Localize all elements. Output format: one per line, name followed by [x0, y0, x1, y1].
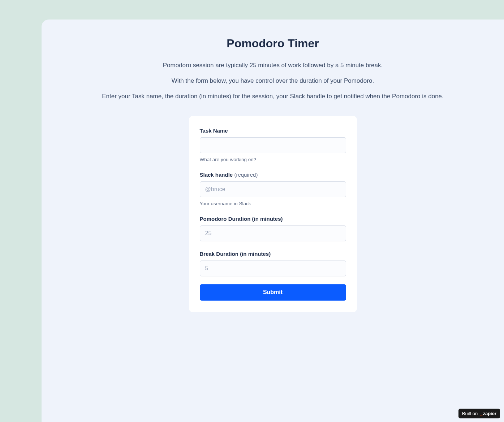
pomodoro-duration-input[interactable]	[200, 225, 346, 241]
built-on-badge[interactable]: Built on _zapier	[458, 409, 500, 418]
slack-handle-hint: Your username in Slack	[200, 201, 346, 206]
task-name-label: Task Name	[200, 128, 346, 134]
slack-handle-input[interactable]	[200, 181, 346, 197]
task-name-input[interactable]	[200, 137, 346, 153]
form-card: Task Name What are you working on? Slack…	[189, 116, 357, 312]
content-area: Pomodoro Timer Pomodoro session are typi…	[92, 37, 453, 312]
required-indicator: (required)	[234, 172, 258, 178]
page-title: Pomodoro Timer	[92, 37, 453, 50]
slack-handle-group: Slack handle (required) Your username in…	[200, 172, 346, 206]
zapier-logo: _zapier	[480, 411, 496, 416]
slack-handle-label-text: Slack handle	[200, 172, 233, 178]
description-line-1: Pomodoro session are typically 25 minute…	[92, 60, 453, 70]
slack-handle-label: Slack handle (required)	[200, 172, 346, 178]
zapier-underscore-icon: _	[480, 411, 482, 416]
badge-brand-text: zapier	[483, 411, 496, 416]
description-line-2: With the form below, you have control ov…	[92, 76, 453, 86]
badge-prefix: Built on	[462, 411, 478, 416]
break-duration-group: Break Duration (in minutes)	[200, 251, 346, 276]
task-name-hint: What are you working on?	[200, 157, 346, 162]
description-line-3: Enter your Task name, the duration (in m…	[92, 91, 453, 101]
break-duration-input[interactable]	[200, 260, 346, 276]
pomodoro-duration-label: Pomodoro Duration (in minutes)	[200, 216, 346, 222]
task-name-group: Task Name What are you working on?	[200, 128, 346, 162]
submit-button[interactable]: Submit	[200, 284, 346, 301]
pomodoro-duration-group: Pomodoro Duration (in minutes)	[200, 216, 346, 241]
page-container: Pomodoro Timer Pomodoro session are typi…	[42, 20, 504, 422]
break-duration-label: Break Duration (in minutes)	[200, 251, 346, 257]
